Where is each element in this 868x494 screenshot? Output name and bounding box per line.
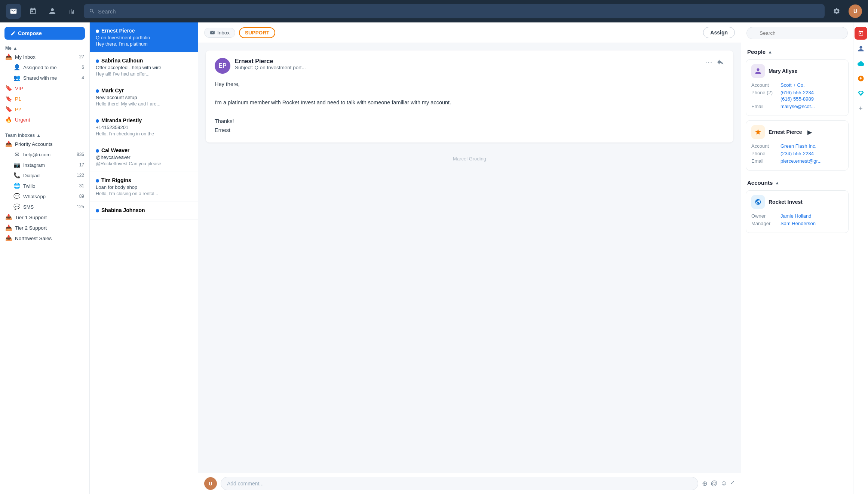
calendar-nav-icon[interactable] bbox=[25, 4, 40, 19]
account-card-header-rocket: Rocket Invest bbox=[751, 195, 843, 209]
vip-label-item[interactable]: 🔖 VIP bbox=[0, 83, 89, 93]
my-inbox-item[interactable]: 📥 My Inbox 27 bbox=[0, 52, 89, 62]
rocket-manager-row: Manager Sam Henderson bbox=[751, 221, 843, 226]
instagram-icon: 📷 bbox=[13, 162, 20, 168]
twilio-icon: 🌐 bbox=[13, 182, 20, 189]
message-sender-name: Ernest Pierce bbox=[235, 58, 700, 65]
global-search-placeholder: Search bbox=[98, 8, 116, 15]
cloud-rs-icon[interactable] bbox=[855, 58, 867, 70]
tier2-icon: 📥 bbox=[5, 224, 12, 231]
right-search-input[interactable] bbox=[746, 27, 848, 39]
unread-indicator bbox=[96, 149, 99, 153]
conversation-list: Ernest Pierce Q on Investment portfolio … bbox=[90, 22, 198, 494]
whatsapp-icon: 💬 bbox=[13, 193, 20, 200]
ernest-avatar bbox=[751, 125, 765, 139]
message-meta: Ernest Pierce Subject: Q on Investment p… bbox=[235, 58, 700, 70]
diamond-rs-icon[interactable] bbox=[855, 88, 867, 99]
message-actions: ⋯ bbox=[705, 58, 724, 68]
inbox-tag[interactable]: Inbox bbox=[204, 28, 235, 38]
person-card-ernest: Ernest Pierce ▶ Account Green Flash Inc.… bbox=[746, 120, 849, 171]
whatsapp-inbox[interactable]: 💬 WhatsApp 89 bbox=[0, 191, 89, 202]
expand-icon[interactable]: ⤢ bbox=[730, 479, 735, 488]
assigned-to-me-item[interactable]: 👤 Assigned to me 6 bbox=[0, 62, 89, 73]
p1-label-item[interactable]: 🔖 P1 bbox=[0, 93, 89, 104]
message-card: EP Ernest Pierce Subject: Q on Investmen… bbox=[206, 50, 733, 142]
mary-email-row: Email mallyse@scot... bbox=[751, 104, 843, 109]
message-header: EP Ernest Pierce Subject: Q on Investmen… bbox=[215, 58, 724, 74]
chart-nav-icon[interactable] bbox=[64, 4, 79, 19]
shared-icon: 👥 bbox=[13, 74, 20, 81]
sms-inbox[interactable]: 💬 SMS 125 bbox=[0, 202, 89, 212]
urgent-label-item[interactable]: 🔥 Urgent bbox=[0, 114, 89, 125]
shared-with-me-item[interactable]: 👥 Shared with me 4 bbox=[0, 73, 89, 83]
compose-button[interactable]: Compose bbox=[4, 27, 85, 40]
comment-placeholder: Add comment... bbox=[227, 481, 264, 487]
people-toggle[interactable]: ▲ bbox=[768, 49, 772, 55]
user-avatar[interactable]: U bbox=[849, 4, 862, 18]
team-inboxes-section[interactable]: Team Inboxes ▲ bbox=[0, 131, 89, 139]
northwest-sales-inbox[interactable]: 📥 Northwest Sales bbox=[0, 233, 89, 243]
dialpad-inbox[interactable]: 📞 Dialpad 122 bbox=[0, 170, 89, 181]
navigate-icon[interactable]: ▶ bbox=[807, 129, 812, 136]
commenter-avatar: U bbox=[204, 477, 217, 490]
conv-item-tim[interactable]: Tim Riggins Loan for body shop Hello, I'… bbox=[90, 172, 198, 202]
me-section[interactable]: Me ▲ bbox=[0, 44, 89, 52]
comment-bar: U Add comment... ⊕ @ ☺ ⤢ bbox=[198, 473, 741, 494]
conv-item-shabina[interactable]: Shabina Johnson bbox=[90, 202, 198, 220]
p2-icon: 🔖 bbox=[5, 106, 12, 113]
inbox-icon: 📥 bbox=[5, 53, 12, 60]
support-tag[interactable]: SUPPORT bbox=[239, 27, 275, 38]
comment-input[interactable]: Add comment... bbox=[221, 477, 698, 490]
add-integration-icon[interactable]: + bbox=[855, 102, 867, 114]
hubspot-rs-icon[interactable] bbox=[855, 73, 867, 85]
p2-label-item[interactable]: 🔖 P2 bbox=[0, 104, 89, 114]
calendar-rs-icon[interactable] bbox=[855, 27, 867, 40]
nav-right: U bbox=[829, 4, 862, 19]
accounts-toggle[interactable]: ▲ bbox=[775, 180, 779, 185]
instagram-inbox[interactable]: 📷 Instagram 17 bbox=[0, 160, 89, 170]
message-area: EP Ernest Pierce Subject: Q on Investmen… bbox=[198, 43, 741, 473]
compose-label: Compose bbox=[18, 30, 42, 36]
priority-icon: 📥 bbox=[5, 141, 12, 147]
conv-item-ernest[interactable]: Ernest Pierce Q on Investment portfolio … bbox=[90, 22, 198, 52]
help-ri-inbox[interactable]: ✉ help@ri.com 836 bbox=[0, 149, 89, 160]
tier2-support-inbox[interactable]: 📥 Tier 2 Support bbox=[0, 223, 89, 233]
reply-icon[interactable] bbox=[716, 58, 724, 68]
emoji-icon[interactable]: ☺ bbox=[721, 479, 727, 488]
tier1-support-inbox[interactable]: 📥 Tier 1 Support bbox=[0, 212, 89, 223]
assign-button[interactable]: Assign bbox=[703, 27, 735, 38]
right-sidebar-icons: + bbox=[853, 22, 868, 494]
account-card-rocket: Rocket Invest Owner Jamie Holland Manage… bbox=[746, 190, 849, 233]
global-search-bar[interactable]: Search bbox=[84, 4, 825, 18]
mention-icon[interactable]: @ bbox=[711, 479, 717, 488]
inbox-label: Inbox bbox=[217, 30, 230, 36]
conv-item-miranda[interactable]: Miranda Priestly +14152359201 Hello, I'm… bbox=[90, 112, 198, 142]
people-section-header: People ▲ bbox=[741, 44, 853, 57]
conv-item-cal[interactable]: Cal Weaver @heycalweaver @RocketInvest C… bbox=[90, 142, 198, 172]
contacts-rs-icon[interactable] bbox=[855, 43, 867, 55]
conv-item-sabrina[interactable]: Sabrina Calhoun Offer accepted - help wi… bbox=[90, 52, 198, 82]
main-panel: Inbox SUPPORT Assign EP Ernest Pierce Su… bbox=[198, 22, 741, 494]
sms-icon: 💬 bbox=[13, 203, 20, 210]
northwest-icon: 📥 bbox=[5, 235, 12, 242]
conv-item-mark[interactable]: Mark Cyr New account setup Hello there! … bbox=[90, 82, 198, 112]
accounts-section-header: Accounts ▲ bbox=[741, 175, 853, 188]
settings-icon[interactable] bbox=[829, 4, 844, 19]
unread-indicator bbox=[96, 59, 99, 63]
rocket-owner-row: Owner Jamie Holland bbox=[751, 213, 843, 219]
message-body: Hey there, I'm a platinum member with Ro… bbox=[215, 80, 724, 135]
add-icon[interactable]: ⊕ bbox=[702, 479, 708, 488]
more-options-icon[interactable]: ⋯ bbox=[705, 58, 712, 68]
contacts-nav-icon[interactable] bbox=[45, 4, 60, 19]
dialpad-icon: 📞 bbox=[13, 172, 20, 179]
conversation-toolbar: Inbox SUPPORT Assign bbox=[198, 22, 741, 43]
urgent-icon: 🔥 bbox=[5, 116, 12, 123]
inbox-nav-icon[interactable] bbox=[6, 4, 21, 19]
ernest-phone-row: Phone (234) 555-2234 bbox=[751, 151, 843, 156]
unread-indicator bbox=[96, 119, 99, 123]
ernest-email-row: Email pierce.ernest@gr... bbox=[751, 158, 843, 164]
email-icon: ✉ bbox=[13, 151, 20, 158]
twilio-inbox[interactable]: 🌐 Twilio 31 bbox=[0, 181, 89, 191]
priority-accounts-item[interactable]: 📥 Priority Accounts bbox=[0, 139, 89, 149]
main-layout: Compose Me ▲ 📥 My Inbox 27 👤 Assigned to… bbox=[0, 22, 868, 494]
